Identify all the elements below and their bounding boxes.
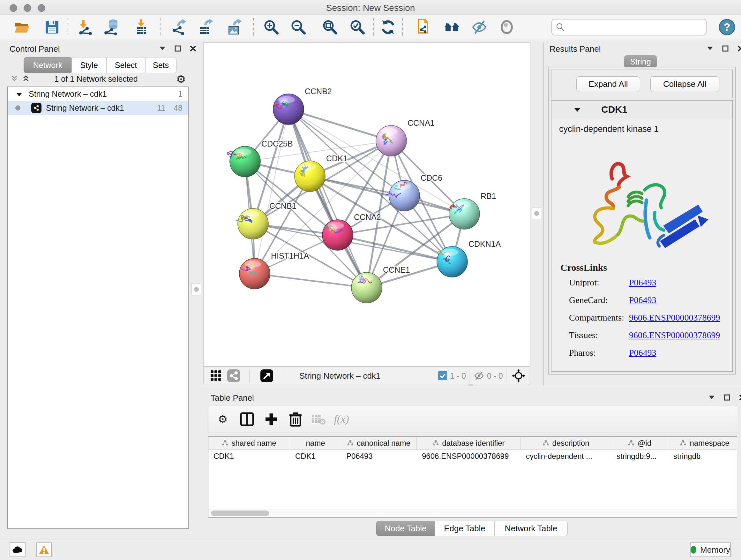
- import-network-from-file-icon[interactable]: [76, 18, 93, 36]
- table-cell[interactable]: 9606.ENSP00000378699: [417, 450, 521, 462]
- expand-all-button[interactable]: Expand All: [576, 76, 640, 92]
- import-table-from-file-icon[interactable]: [133, 18, 151, 36]
- entry-expander-icon[interactable]: [575, 108, 580, 113]
- network-node-cdkn1a[interactable]: [437, 246, 468, 277]
- tab-network[interactable]: Network: [23, 57, 72, 73]
- search-input[interactable]: [568, 22, 702, 32]
- zoom-selected-icon[interactable]: [348, 18, 366, 36]
- delete-column-icon[interactable]: [286, 410, 305, 428]
- selected-checkbox[interactable]: [438, 369, 447, 382]
- tab-style[interactable]: Style: [71, 57, 107, 73]
- table-cell[interactable]: cyclin-dependent ...: [521, 450, 611, 462]
- network-view-canvas[interactable]: CCNB2CCNA1CDC25BCDK1CDC6RB1CCNB1CCNA2CDK…: [203, 43, 530, 367]
- export-table-icon[interactable]: [196, 18, 214, 36]
- crosslink-link[interactable]: 9606.ENSP00000378699: [629, 330, 720, 340]
- network-node-ccna2[interactable]: [322, 220, 353, 250]
- crosslink-link[interactable]: P06493: [629, 295, 657, 305]
- panel-menu-icon[interactable]: [706, 45, 714, 52]
- zoom-out-icon[interactable]: [289, 18, 307, 36]
- column-header[interactable]: canonical name: [341, 437, 417, 449]
- crosslink-link[interactable]: P06493: [629, 348, 657, 358]
- panel-close-icon[interactable]: [739, 394, 741, 401]
- open-session-icon[interactable]: [13, 18, 30, 36]
- tab-network-table[interactable]: Network Table: [494, 521, 568, 536]
- tab-select[interactable]: Select: [106, 57, 145, 73]
- panel-menu-icon[interactable]: [708, 394, 715, 401]
- hide-panels-eye-icon[interactable]: [470, 18, 488, 36]
- home-icon[interactable]: [443, 18, 461, 36]
- network-node-rb1[interactable]: [449, 199, 480, 229]
- show-panel-eye-icon[interactable]: [498, 18, 516, 36]
- table-settings-gear-icon[interactable]: ⚙: [213, 410, 232, 428]
- table-cell[interactable]: stringdb: [668, 450, 737, 462]
- refresh-icon[interactable]: [379, 18, 397, 36]
- column-header[interactable]: description: [521, 437, 611, 449]
- gene-entry-header[interactable]: CDK1: [551, 101, 732, 120]
- network-options-gear-icon[interactable]: ⚙: [176, 74, 186, 84]
- scrollbar-thumb[interactable]: [211, 510, 269, 516]
- right-splitter-handle[interactable]: [532, 207, 541, 219]
- network-node-cdk1[interactable]: [294, 161, 325, 192]
- column-header[interactable]: database identifier: [417, 437, 521, 449]
- help-icon[interactable]: ?: [718, 18, 736, 36]
- network-collection-row[interactable]: String Network – cdk1 1: [8, 87, 188, 101]
- hidden-count: 0 - 0: [487, 369, 503, 382]
- network-row[interactable]: String Network – cdk1 11 48: [8, 101, 188, 115]
- left-splitter-handle[interactable]: [192, 284, 201, 295]
- crosslink-link[interactable]: 9606.ENSP00000378699: [629, 313, 720, 323]
- network-edge[interactable]: [288, 109, 391, 141]
- table-cell[interactable]: P06493: [341, 450, 417, 462]
- create-column-icon[interactable]: [262, 410, 280, 428]
- crosslink-link[interactable]: P06493: [629, 277, 657, 288]
- network-node-cdc25b[interactable]: [227, 146, 260, 177]
- panel-close-icon[interactable]: [737, 45, 741, 52]
- open-in-new-icon[interactable]: [260, 369, 273, 382]
- table-cell[interactable]: CDK1: [290, 450, 341, 462]
- grid-view-icon[interactable]: [210, 369, 222, 382]
- panel-float-icon[interactable]: [174, 45, 181, 52]
- column-header[interactable]: shared name: [208, 437, 290, 449]
- network-node-ccne1[interactable]: [351, 272, 382, 303]
- tab-sets[interactable]: Sets: [145, 57, 177, 73]
- crosshair-icon[interactable]: [512, 369, 525, 382]
- column-header[interactable]: namespace: [668, 437, 737, 449]
- zoom-fit-icon[interactable]: [321, 18, 339, 36]
- tab-node-table[interactable]: Node Table: [376, 521, 435, 536]
- hidden-eye-icon[interactable]: [474, 369, 484, 382]
- collapse-all-button[interactable]: Collapse All: [650, 76, 719, 92]
- column-header[interactable]: name: [290, 437, 341, 449]
- column-header-label: name: [306, 439, 325, 448]
- import-string-network-icon[interactable]: [415, 18, 433, 36]
- export-network-icon[interactable]: [170, 18, 188, 36]
- panel-menu-icon[interactable]: [159, 45, 166, 52]
- table-row[interactable]: CDK1CDK1P064939606.ENSP00000378699cyclin…: [208, 450, 737, 462]
- tree-expander-icon[interactable]: [17, 89, 22, 99]
- tab-edge-table[interactable]: Edge Table: [434, 521, 495, 536]
- panel-float-icon[interactable]: [722, 45, 729, 52]
- show-columns-icon[interactable]: [238, 410, 256, 428]
- network-node-ccnb2[interactable]: [273, 94, 304, 125]
- panel-float-icon[interactable]: [724, 394, 731, 401]
- crosslink-label: Compartments:: [569, 313, 629, 323]
- zoom-in-icon[interactable]: [262, 18, 280, 36]
- warning-status-button[interactable]: [37, 543, 52, 557]
- save-session-icon[interactable]: [43, 18, 61, 36]
- export-image-icon[interactable]: [225, 18, 243, 36]
- cloud-status-button[interactable]: [10, 543, 25, 557]
- network-node-ccnb1[interactable]: [236, 208, 268, 239]
- network-graph[interactable]: CCNB2CCNA1CDC25BCDK1CDC6RB1CCNB1CCNA2CDK…: [204, 43, 530, 366]
- column-header[interactable]: @id: [611, 437, 668, 449]
- network-node-hist1h1a[interactable]: [239, 258, 270, 289]
- share-network-icon[interactable]: [227, 369, 240, 382]
- network-edge[interactable]: [255, 273, 367, 288]
- network-node-ccna1[interactable]: [376, 125, 407, 156]
- crosslink-row: Pharos:P06493: [569, 344, 729, 361]
- table-horizontal-scrollbar[interactable]: [208, 509, 737, 517]
- tab-string[interactable]: String: [624, 55, 657, 68]
- panel-close-icon[interactable]: [190, 45, 197, 52]
- import-network-from-database-icon[interactable]: [103, 18, 121, 36]
- memory-button[interactable]: Memory: [690, 543, 731, 557]
- table-cell[interactable]: stringdb:9...: [611, 450, 668, 462]
- network-edge[interactable]: [288, 109, 367, 288]
- table-cell[interactable]: CDK1: [208, 450, 290, 462]
